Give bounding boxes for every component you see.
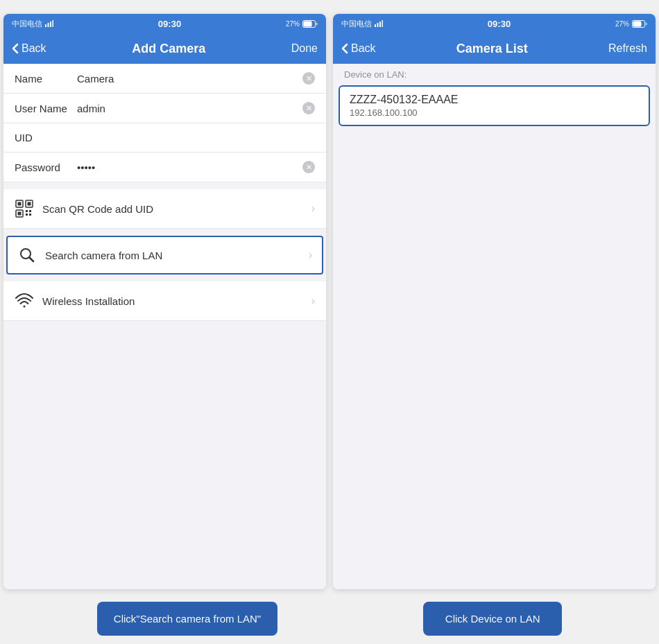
uid-label: UID <box>15 132 77 143</box>
password-clear-button[interactable]: ✕ <box>302 161 315 173</box>
svg-rect-12 <box>26 210 28 212</box>
section-gap-3 <box>3 275 326 281</box>
chevron-left-icon <box>12 43 19 54</box>
svg-rect-0 <box>45 24 46 27</box>
instructions-row: Click"Search camera from LAN" Click Devi… <box>0 589 659 643</box>
wifi-status-icon-right <box>375 20 383 27</box>
name-label: Name <box>15 73 77 85</box>
device-name-0: ZZZZ-450132-EAAAE <box>350 94 639 106</box>
status-right-left: 27% <box>286 20 318 28</box>
search-lan-label: Search camera from LAN <box>45 250 300 261</box>
svg-rect-21 <box>379 21 381 27</box>
svg-rect-13 <box>29 210 31 212</box>
phone-left: 中国电信 09:30 27% <box>3 14 326 589</box>
refresh-button[interactable]: Refresh <box>608 42 647 55</box>
scan-qr-chevron: › <box>311 202 315 215</box>
svg-rect-19 <box>375 24 376 27</box>
search-lan-item[interactable]: Search camera from LAN › <box>6 236 323 275</box>
chevron-left-icon-right <box>341 43 348 54</box>
svg-point-18 <box>24 306 26 308</box>
device-item-0[interactable]: ZZZZ-450132-EAAAE 192.168.100.100 <box>339 85 650 126</box>
time-left: 09:30 <box>158 19 181 29</box>
back-button-left[interactable]: Back <box>12 42 46 55</box>
battery-left: 27% <box>286 20 300 28</box>
svg-rect-5 <box>303 21 311 26</box>
uid-row: UID <box>3 123 326 153</box>
svg-rect-7 <box>18 202 22 206</box>
svg-rect-14 <box>26 214 28 216</box>
content-right: Device on LAN: ZZZZ-450132-EAAAE 192.168… <box>333 64 656 589</box>
content-left: Name ✕ User Name ✕ UID Password ✕ <box>3 64 326 589</box>
status-right-right: 27% <box>615 20 647 28</box>
svg-rect-11 <box>18 212 22 216</box>
username-clear-button[interactable]: ✕ <box>302 102 315 114</box>
status-bar-left: 中国电信 09:30 27% <box>3 14 326 33</box>
phone-right: 中国电信 09:30 27% <box>333 14 656 589</box>
done-button[interactable]: Done <box>291 42 318 55</box>
wireless-label: Wireless Installation <box>42 295 303 307</box>
section-gap-1 <box>3 182 326 189</box>
device-ip-0: 192.168.100.100 <box>350 107 639 118</box>
svg-rect-24 <box>633 21 641 26</box>
battery-right: 27% <box>615 20 629 28</box>
wireless-item[interactable]: Wireless Installation › <box>3 281 326 321</box>
left-instruction-button[interactable]: Click"Search camera from LAN" <box>97 602 277 636</box>
battery-icon-right <box>632 20 647 28</box>
form-section: Name ✕ User Name ✕ UID Password ✕ <box>3 64 326 182</box>
svg-rect-22 <box>382 20 384 27</box>
username-row: User Name ✕ <box>3 94 326 123</box>
name-input[interactable] <box>77 73 302 85</box>
svg-rect-15 <box>29 214 31 216</box>
svg-rect-9 <box>28 202 31 206</box>
device-on-lan-label: Device on LAN: <box>333 64 656 82</box>
back-label-right: Back <box>351 42 376 55</box>
search-lan-chevron: › <box>309 249 312 261</box>
svg-rect-20 <box>377 23 379 27</box>
wifi-status-icon <box>45 20 53 27</box>
password-label: Password <box>15 162 77 173</box>
password-row: Password ✕ <box>3 153 326 182</box>
search-icon <box>17 245 37 265</box>
back-button-right[interactable]: Back <box>341 42 376 55</box>
wifi-icon <box>15 291 34 311</box>
nav-title-left: Add Camera <box>132 42 205 56</box>
carrier-left: 中国电信 <box>12 19 42 29</box>
svg-line-17 <box>30 258 34 262</box>
qr-icon <box>15 199 34 218</box>
status-bar-right: 中国电信 09:30 27% <box>333 14 656 33</box>
section-gap-2 <box>3 229 326 236</box>
svg-rect-1 <box>48 23 49 27</box>
nav-bar-left: Back Add Camera Done <box>3 33 326 64</box>
status-left: 中国电信 <box>12 19 53 29</box>
svg-rect-3 <box>53 20 54 27</box>
uid-input[interactable] <box>77 132 315 143</box>
username-label: User Name <box>15 103 77 114</box>
scan-qr-item[interactable]: Scan QR Code add UID › <box>3 189 326 229</box>
name-row: Name ✕ <box>3 64 326 94</box>
svg-rect-2 <box>50 21 51 27</box>
nav-title-right: Camera List <box>456 42 528 56</box>
wireless-chevron: › <box>311 295 315 307</box>
scan-qr-label: Scan QR Code add UID <box>42 203 303 215</box>
password-input[interactable] <box>77 162 302 173</box>
username-input[interactable] <box>77 103 302 114</box>
battery-icon-left <box>302 20 318 28</box>
nav-bar-right: Back Camera List Refresh <box>333 33 656 64</box>
name-clear-button[interactable]: ✕ <box>302 72 315 85</box>
back-label-left: Back <box>22 42 46 55</box>
carrier-right: 中国电信 <box>341 19 372 29</box>
status-left-right: 中国电信 <box>341 19 383 29</box>
phones-container: 中国电信 09:30 27% <box>0 0 659 589</box>
right-instruction-button[interactable]: Click Device on LAN <box>423 602 562 636</box>
time-right: 09:30 <box>488 19 511 29</box>
